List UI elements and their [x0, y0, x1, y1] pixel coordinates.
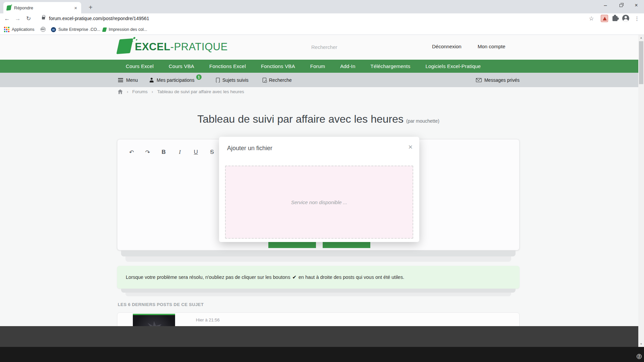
browser-menu-icon[interactable]: ⋮: [633, 14, 641, 23]
bookmark-star-icon[interactable]: ☆: [587, 14, 596, 23]
new-tab-button[interactable]: +: [86, 3, 95, 12]
subnav-participations[interactable]: Mes participations 1: [149, 73, 203, 87]
breadcrumb-forums[interactable]: Forums: [132, 89, 148, 94]
screen: Répondre × + – × ← → ↻ forum.excel-prati…: [0, 0, 644, 362]
subnav-participations-label: Mes participations: [157, 77, 195, 83]
notice-box: Lorsque votre problème sera résolu, n'ou…: [117, 266, 520, 289]
nav-cours-excel[interactable]: Cours Excel: [126, 63, 154, 69]
browser-tab-strip: Répondre × + – ×: [0, 0, 644, 13]
undo-button[interactable]: ↶: [126, 146, 137, 158]
forum-subnav: [0, 73, 644, 87]
subnav-recherche-label: Recherche: [269, 77, 292, 83]
last-posts-heading: LES 6 DERNIERS POSTS DE CE SUJET: [118, 302, 204, 307]
logo-pratique: -PRATIQUE: [170, 41, 228, 53]
notice-text: Lorsque votre problème sera résolu, n'ou…: [126, 275, 290, 280]
subnav-sujets-label: Sujets suivis: [222, 77, 249, 83]
logout-link[interactable]: Déconnexion: [432, 44, 462, 49]
leaf-bookmark-icon: [102, 27, 107, 32]
strikethrough-button[interactable]: S: [206, 146, 218, 158]
logo-excel: EXCEL: [135, 41, 170, 53]
hamburger-icon: [118, 80, 123, 80]
subnav-messages-label: Messages privés: [484, 77, 520, 83]
site-logo[interactable]: EXCEL-PRATIQUE: [135, 41, 228, 53]
bold-button[interactable]: B: [158, 146, 169, 158]
modal-title: Ajouter un fichier: [227, 145, 272, 152]
window-minimize-button[interactable]: –: [598, 0, 613, 11]
forward-button[interactable]: →: [13, 14, 22, 23]
reload-button[interactable]: ↻: [24, 14, 33, 23]
tab-close-icon[interactable]: ×: [73, 5, 78, 11]
card-stack-layer: [125, 293, 511, 296]
pdf-extension-icon[interactable]: [601, 15, 608, 22]
subnav-sujets-suivis[interactable]: Sujets suivis: [216, 73, 249, 87]
nav-logiciels[interactable]: Logiciels Excel-Pratique: [425, 63, 481, 69]
bookmark-label: Applications: [12, 27, 34, 32]
site-search-input[interactable]: [311, 42, 385, 52]
notice-text: en haut à droite des posts qui vous ont …: [299, 275, 404, 280]
suite-bookmark-icon: [51, 27, 56, 32]
checkmark-icon: ✔: [292, 274, 297, 280]
add-file-modal: Ajouter un fichier × Service non disponi…: [219, 137, 419, 242]
italic-button[interactable]: I: [174, 146, 185, 158]
back-button[interactable]: ←: [3, 14, 11, 23]
bookmark-impression[interactable]: Impression des col...: [103, 24, 147, 35]
notification-badge: 2: [637, 354, 642, 359]
page-title: Tableau de suivi par affaire avec les he…: [117, 113, 520, 125]
nav-forum[interactable]: Forum: [310, 63, 325, 69]
nav-cours-vba[interactable]: Cours VBA: [169, 63, 194, 69]
bookmark-icon: [216, 78, 220, 82]
nav-fonctions-excel[interactable]: Fonctions Excel: [209, 63, 246, 69]
subnav-recherche[interactable]: Recherche: [263, 73, 292, 87]
person-icon: [149, 78, 154, 82]
editor-toolbar: ↶ ↷ B I U S: [126, 146, 218, 158]
home-icon[interactable]: [118, 89, 123, 94]
bookmark-label: Suite Entreprise .CO...: [58, 27, 100, 32]
padlock-icon[interactable]: [42, 17, 45, 19]
restore-icon: [620, 4, 623, 7]
participations-badge: 1: [196, 74, 202, 80]
nav-fonctions-vba[interactable]: Fonctions VBA: [261, 63, 295, 69]
topic-author: (par mouchette): [406, 118, 439, 124]
cookie-banner: [0, 326, 638, 347]
modal-close-icon[interactable]: ×: [408, 143, 413, 152]
extensions-puzzle-icon[interactable]: [612, 16, 618, 21]
card-stack-layer: [121, 289, 516, 293]
nav-telechargements[interactable]: Téléchargements: [371, 63, 411, 69]
search-page-icon: [263, 78, 266, 82]
address-bar-url[interactable]: forum.excel-pratique.com/post/repondre/1…: [49, 16, 149, 21]
post-timestamp: Hier à 21:56: [196, 317, 220, 322]
subnav-messages-prives[interactable]: Messages privés: [476, 73, 520, 87]
windows-taskbar: [0, 347, 644, 362]
window-close-button[interactable]: ×: [629, 0, 644, 11]
window-restore-button[interactable]: [613, 0, 629, 11]
site-favicon-icon: [6, 5, 11, 10]
scrollbar-thumb[interactable]: [639, 41, 643, 84]
topic-title: Tableau de suivi par affaire avec les he…: [197, 113, 404, 125]
main-nav: Cours Excel Cours VBA Fonctions Excel Fo…: [0, 60, 644, 73]
apps-grid-icon: [4, 27, 5, 28]
breadcrumb-separator: ›: [152, 89, 153, 94]
bookmark-suite-entreprise[interactable]: Suite Entreprise .CO...: [51, 24, 100, 35]
browser-tab[interactable]: Répondre ×: [3, 2, 81, 13]
bookmark-label: Impression des col...: [109, 27, 147, 32]
breadcrumb-current: Tableau de suivi par affaire avec les he…: [157, 89, 244, 94]
file-dropzone[interactable]: Service non disponible ...: [225, 166, 413, 239]
profile-avatar-icon[interactable]: [622, 15, 629, 22]
breadcrumb-separator: ›: [127, 89, 128, 94]
card-stack-layer: [121, 250, 516, 256]
globe-bookmark-icon[interactable]: [41, 27, 46, 32]
tab-title: Répondre: [14, 5, 73, 10]
scrollbar-down-icon[interactable]: ▼: [638, 341, 644, 347]
account-link[interactable]: Mon compte: [478, 44, 505, 49]
nav-add-in[interactable]: Add-In: [340, 63, 355, 69]
dropzone-message: Service non disponible ...: [291, 199, 347, 205]
redo-button[interactable]: ↷: [142, 146, 153, 158]
bookmark-applications[interactable]: Applications: [4, 24, 34, 35]
subnav-menu[interactable]: Menu: [118, 73, 138, 87]
envelope-icon: [476, 78, 482, 82]
scrollbar-up-icon[interactable]: ▲: [638, 35, 644, 41]
breadcrumb: › Forums › Tableau de suivi par affaire …: [118, 89, 244, 94]
underline-button[interactable]: U: [190, 146, 202, 158]
subnav-menu-label: Menu: [126, 77, 138, 83]
card-stack-layer: [125, 256, 511, 262]
